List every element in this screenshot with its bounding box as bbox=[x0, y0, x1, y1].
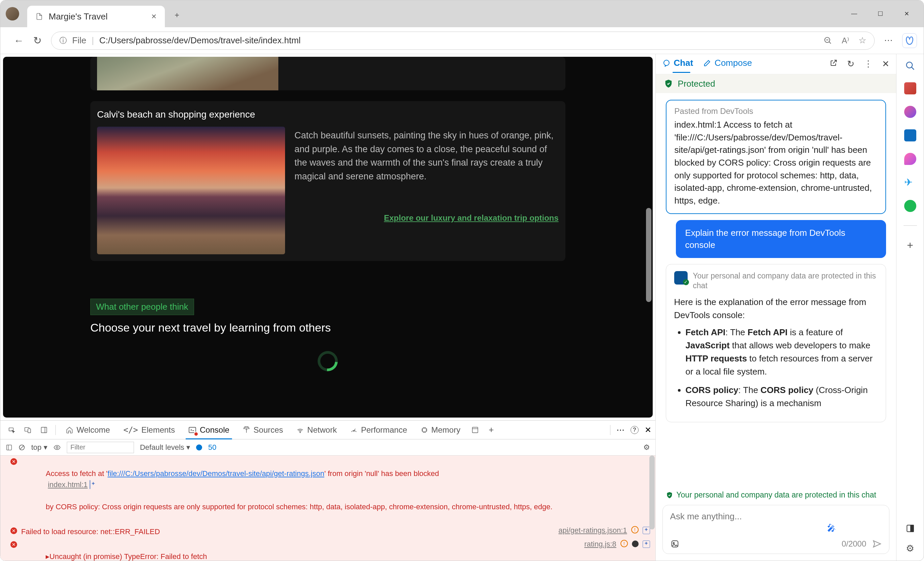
site-info-icon[interactable]: ⓘ bbox=[59, 36, 67, 46]
more-tools-button[interactable]: ⋯ bbox=[616, 425, 624, 435]
tab-chat[interactable]: Chat bbox=[663, 58, 693, 70]
mic-icon[interactable]: 🎤︎ bbox=[827, 523, 836, 534]
send-button[interactable] bbox=[872, 539, 882, 549]
read-aloud-icon[interactable]: A⁾ bbox=[842, 36, 849, 45]
char-count: 0/2000 bbox=[842, 539, 866, 549]
svg-rect-9 bbox=[422, 428, 426, 432]
search-rail-icon[interactable] bbox=[905, 61, 915, 71]
pasted-context-box: Pasted from DevTools index.html:1 Access… bbox=[666, 100, 886, 214]
copilot-tabs: Chat Compose ↻ ⋮ ✕ bbox=[656, 54, 896, 74]
shield-icon bbox=[674, 271, 688, 284]
tab-memory[interactable]: Memory bbox=[415, 421, 467, 439]
issues-count[interactable]: 50 bbox=[208, 443, 216, 452]
error-icon: ✕ bbox=[10, 541, 17, 548]
log-source-link[interactable]: api/get-ratings.json:1 bbox=[558, 526, 627, 535]
split-rail-icon[interactable] bbox=[906, 524, 915, 533]
console-error-row[interactable]: ✕ Access to fetch at 'file:///C:/Users/p… bbox=[0, 456, 656, 525]
attach-image-icon[interactable] bbox=[670, 539, 680, 549]
card-image bbox=[97, 126, 285, 254]
tab-welcome[interactable]: Welcome bbox=[60, 421, 116, 439]
copilot-explain-icon[interactable] bbox=[643, 540, 650, 548]
svg-rect-10 bbox=[472, 427, 478, 433]
inspect-button[interactable] bbox=[4, 423, 19, 438]
tab-compose[interactable]: Compose bbox=[703, 58, 752, 70]
spotify-rail-icon[interactable] bbox=[904, 200, 916, 212]
console-log: ✕ Access to fetch at 'file:///C:/Users/p… bbox=[0, 456, 656, 561]
issues-dot-icon bbox=[196, 444, 202, 450]
device-toggle-button[interactable] bbox=[21, 423, 35, 438]
content-card: Calvi's beach an shopping experience Cat… bbox=[90, 101, 566, 261]
new-tab-button[interactable]: + bbox=[170, 8, 184, 22]
copilot-explain-icon[interactable] bbox=[643, 527, 650, 534]
back-button[interactable]: ← bbox=[14, 35, 24, 47]
tab-title: Margie's Travel bbox=[49, 11, 108, 22]
paste-label: Pasted from DevTools bbox=[675, 107, 878, 116]
copilot-explain-icon[interactable] bbox=[90, 480, 90, 489]
assistant-response: Your personal and company data are prote… bbox=[666, 264, 886, 423]
dock-button[interactable] bbox=[37, 423, 51, 438]
sidebar-toggle-icon[interactable] bbox=[6, 444, 12, 451]
chat-input-area[interactable]: 🎤︎ 0/2000 bbox=[663, 505, 890, 554]
outlook-rail-icon[interactable] bbox=[904, 129, 916, 141]
close-tab-button[interactable]: ✕ bbox=[151, 12, 157, 21]
tools-rail-icon[interactable] bbox=[904, 82, 916, 95]
clear-console-button[interactable] bbox=[18, 444, 25, 451]
tab-elements[interactable]: </>Elements bbox=[117, 421, 181, 439]
console-error-row[interactable]: ✕ Failed to load resource: net::ERR_FAIL… bbox=[0, 525, 656, 538]
favorite-icon[interactable]: ☆ bbox=[858, 35, 866, 46]
add-tab-button[interactable]: + bbox=[484, 423, 499, 438]
address-bar[interactable]: ⓘ File | C:/Users/pabrosse/dev/Demos/tra… bbox=[51, 32, 874, 50]
log-source-link[interactable]: rating.js:8 bbox=[584, 540, 616, 549]
card-link[interactable]: Explore our luxury and relaxation trip o… bbox=[294, 213, 559, 223]
console-settings-icon[interactable]: ⚙ bbox=[643, 443, 650, 452]
send-rail-icon[interactable]: ✈ bbox=[904, 176, 916, 188]
tab-network[interactable]: Network bbox=[290, 421, 343, 439]
page-icon bbox=[35, 12, 44, 21]
add-rail-icon[interactable]: + bbox=[907, 239, 913, 252]
console-scrollbar[interactable] bbox=[650, 456, 655, 529]
svg-rect-3 bbox=[28, 429, 30, 433]
card-title: Calvi's beach an shopping experience bbox=[97, 109, 559, 120]
settings-rail-icon[interactable]: ⚙ bbox=[906, 543, 914, 554]
card-description: Catch beautiful sunsets, painting the sk… bbox=[294, 126, 559, 183]
filter-input[interactable] bbox=[67, 442, 134, 453]
more-icon[interactable]: ⋮ bbox=[864, 59, 873, 69]
log-source-link[interactable]: index.html:1 bbox=[48, 480, 88, 489]
open-link-icon[interactable] bbox=[830, 59, 838, 69]
minimize-button[interactable]: — bbox=[849, 10, 859, 18]
more-menu-button[interactable]: ⋯ bbox=[884, 35, 893, 46]
breakpoint-icon[interactable] bbox=[632, 540, 639, 547]
log-link[interactable]: file:///C:/Users/pabrosse/dev/Demos/trav… bbox=[108, 469, 324, 478]
protection-note: Your personal and company data are prote… bbox=[693, 271, 878, 291]
loading-spinner bbox=[314, 347, 342, 376]
page-scrollbar[interactable] bbox=[645, 57, 651, 418]
tab-sources[interactable]: Sources bbox=[237, 421, 289, 439]
designer-rail-icon[interactable] bbox=[904, 153, 916, 165]
tab-console[interactable]: Console bbox=[182, 421, 236, 439]
profile-avatar[interactable] bbox=[6, 7, 19, 21]
maximize-button[interactable]: ☐ bbox=[875, 10, 885, 18]
refresh-icon[interactable]: ↻ bbox=[847, 59, 855, 69]
footer-protection-note: Your personal and company data are prote… bbox=[656, 489, 896, 502]
refresh-button[interactable]: ↻ bbox=[33, 35, 42, 47]
chat-input[interactable] bbox=[670, 511, 882, 522]
close-sidepanel-button[interactable]: ✕ bbox=[882, 59, 890, 69]
page-viewport[interactable]: Calvi's beach an shopping experience Cat… bbox=[3, 57, 653, 418]
copilot-toggle-button[interactable] bbox=[902, 33, 917, 48]
browser-tab[interactable]: Margie's Travel ✕ bbox=[27, 6, 165, 27]
levels-selector[interactable]: Default levels ▾ bbox=[140, 443, 190, 452]
svg-point-8 bbox=[354, 430, 354, 431]
issue-badge-icon[interactable]: ! bbox=[621, 540, 628, 547]
tab-app[interactable] bbox=[468, 423, 483, 438]
close-window-button[interactable]: ✕ bbox=[902, 10, 912, 18]
devtools-close-button[interactable]: ✕ bbox=[645, 425, 651, 435]
address-bar-row: ← ↻ ⓘ File | C:/Users/pabrosse/dev/Demos… bbox=[0, 27, 924, 54]
tab-performance[interactable]: Performance bbox=[344, 421, 413, 439]
context-selector[interactable]: top ▾ bbox=[31, 443, 47, 452]
issue-badge-icon[interactable]: ! bbox=[631, 526, 639, 534]
console-error-row[interactable]: ✕ ▸Uncaught (in promise) TypeError: Fail… bbox=[0, 538, 656, 561]
microsoft365-rail-icon[interactable] bbox=[904, 106, 916, 118]
live-expression-icon[interactable] bbox=[53, 444, 61, 451]
help-button[interactable]: ? bbox=[630, 426, 639, 434]
zoom-icon[interactable] bbox=[824, 36, 832, 45]
